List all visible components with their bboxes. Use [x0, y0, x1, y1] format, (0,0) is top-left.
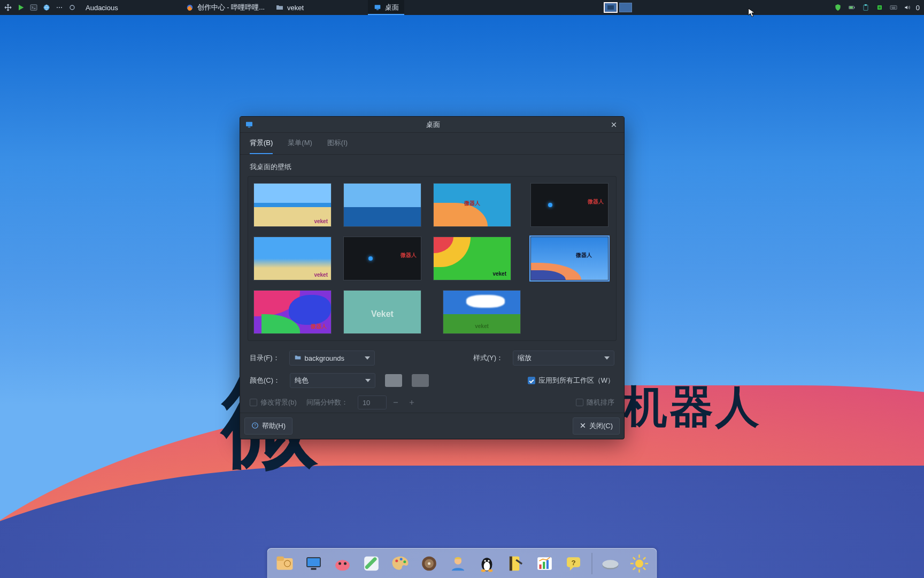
close-icon[interactable] — [608, 119, 620, 131]
dock-paint-icon[interactable] — [360, 552, 383, 575]
help-button[interactable]: ? 帮助(H) — [244, 417, 292, 435]
apply-all-workspaces-checkbox[interactable]: 应用到所有工作区（W） — [528, 376, 614, 385]
chevron-down-icon — [365, 356, 370, 360]
taskbar-item-browser[interactable]: 创作中心 - 哔哩哔哩... — [180, 0, 270, 15]
color-mode-value: 纯色 — [295, 376, 309, 385]
svg-point-2 — [57, 7, 58, 8]
globe-icon[interactable] — [41, 2, 52, 13]
clipboard-icon[interactable] — [860, 2, 871, 13]
wallpaper-thumb[interactable]: 微器人 — [433, 183, 511, 227]
svg-rect-23 — [895, 7, 895, 7]
dock-files-icon[interactable] — [273, 552, 297, 575]
dock-chart-icon[interactable] — [533, 552, 557, 575]
increment-button[interactable] — [405, 396, 419, 409]
wallpaper-thumb[interactable]: veket — [253, 237, 332, 280]
svg-rect-18 — [879, 6, 881, 9]
wallpaper-thumb[interactable]: 微器人 — [530, 183, 609, 227]
dock-media-icon[interactable] — [418, 552, 441, 575]
workspace-2[interactable] — [619, 3, 632, 12]
svg-rect-34 — [311, 568, 317, 569]
svg-line-69 — [643, 557, 645, 559]
battery-icon[interactable] — [846, 2, 857, 13]
style-combo[interactable]: 缩放 — [513, 351, 614, 366]
help-icon: ? — [251, 422, 259, 431]
dock-separator — [592, 553, 592, 574]
tab-icons[interactable]: 图标(I) — [327, 138, 348, 154]
taskbar-item-filemanager[interactable]: veket — [270, 0, 309, 15]
svg-point-37 — [344, 562, 346, 565]
menu-icon[interactable] — [2, 2, 14, 13]
more-icon[interactable] — [53, 2, 65, 13]
svg-line-68 — [643, 567, 645, 569]
wallpaper-thumb-selected[interactable]: 微器人 — [530, 237, 609, 280]
color-label: 颜色(C)： — [250, 376, 280, 385]
wallpaper-thumb[interactable]: 微器人 — [253, 290, 332, 334]
workspace-1[interactable] — [604, 3, 617, 12]
wallpaper-thumb[interactable]: 微器人 — [343, 237, 421, 280]
terminal-icon[interactable] — [28, 2, 40, 13]
wallpaper-text-right: 机器人 — [623, 378, 761, 437]
style-value: 缩放 — [518, 353, 532, 363]
dock-drive-icon[interactable] — [599, 552, 622, 575]
wallpaper-thumb[interactable]: veket — [433, 237, 511, 280]
taskbar-item-desktop-settings[interactable]: 桌面 — [368, 0, 404, 15]
color-mode-combo[interactable]: 纯色 — [290, 373, 375, 388]
chip-icon[interactable] — [874, 2, 885, 13]
tab-menu[interactable]: 菜单(M) — [288, 138, 312, 154]
decrement-button[interactable] — [389, 396, 403, 409]
current-app-icon — [66, 2, 78, 13]
close-button[interactable]: 关闭(C) — [573, 417, 620, 435]
chevron-down-icon — [604, 356, 610, 360]
titlebar[interactable]: 桌面 — [240, 117, 624, 133]
folder-icon — [275, 3, 284, 12]
svg-text:?: ? — [254, 423, 256, 427]
dock-penguin-icon[interactable] — [475, 552, 499, 575]
dir-combo[interactable]: backgrounds — [289, 351, 375, 366]
display-icon — [373, 3, 382, 12]
task-label: 创作中心 - 哔哩哔哩... — [197, 3, 265, 12]
play-icon[interactable] — [15, 2, 27, 13]
wallpaper-thumb[interactable]: veket — [443, 290, 521, 334]
dock-help-icon[interactable]: ? — [562, 552, 586, 575]
svg-rect-33 — [307, 558, 320, 566]
window-title: 桌面 — [258, 120, 608, 130]
dock-palette-icon[interactable] — [389, 552, 412, 575]
folder-icon — [294, 354, 302, 363]
dock-game-icon[interactable] — [331, 552, 355, 575]
checkbox-icon — [528, 377, 535, 384]
volume-icon[interactable] — [902, 2, 913, 13]
top-panel: Audacious 创作中心 - 哔哩哔哩... veket 桌面 0 — [0, 0, 924, 15]
tab-background[interactable]: 背景(B) — [250, 138, 273, 154]
svg-rect-21 — [892, 7, 893, 7]
color-swatch-2[interactable] — [412, 374, 429, 387]
shield-icon[interactable] — [833, 2, 843, 13]
svg-rect-13 — [854, 7, 854, 9]
svg-rect-11 — [620, 3, 632, 12]
svg-rect-25 — [246, 121, 252, 126]
close-label: 关闭(C) — [589, 421, 613, 431]
taskbar-item-audacious[interactable]: Audacious — [80, 0, 124, 15]
random-order-checkbox[interactable]: 随机排序 — [576, 398, 614, 407]
svg-rect-26 — [248, 126, 251, 127]
svg-rect-20 — [891, 7, 892, 7]
dock-user-icon[interactable] — [446, 552, 470, 575]
dock-notes-icon[interactable] — [504, 552, 528, 575]
color-swatch-1[interactable] — [385, 374, 402, 387]
desktop-settings-window: 桌面 背景(B) 菜单(M) 图标(I) 我桌面的壁纸 veket 微器人 微器… — [240, 116, 625, 439]
modify-background-checkbox[interactable]: 修改背景(b) — [250, 398, 297, 407]
apply-all-label: 应用到所有工作区（W） — [538, 376, 614, 385]
wallpaper-thumb[interactable]: veket — [253, 183, 332, 227]
dock-screenshot-icon[interactable] — [302, 552, 326, 575]
keyboard-icon[interactable] — [888, 2, 899, 13]
svg-point-5 — [70, 5, 74, 10]
interval-input[interactable]: 10 — [358, 396, 387, 409]
dock-brightness-icon[interactable] — [628, 552, 651, 575]
svg-rect-15 — [864, 5, 868, 10]
svg-point-48 — [484, 560, 486, 561]
wallpaper-thumb[interactable] — [343, 183, 421, 227]
firefox-icon — [186, 3, 194, 12]
help-label: 帮助(H) — [262, 421, 286, 431]
svg-text:?: ? — [571, 558, 575, 566]
wallpaper-thumb[interactable]: Veket — [343, 290, 421, 334]
svg-rect-0 — [30, 5, 37, 11]
